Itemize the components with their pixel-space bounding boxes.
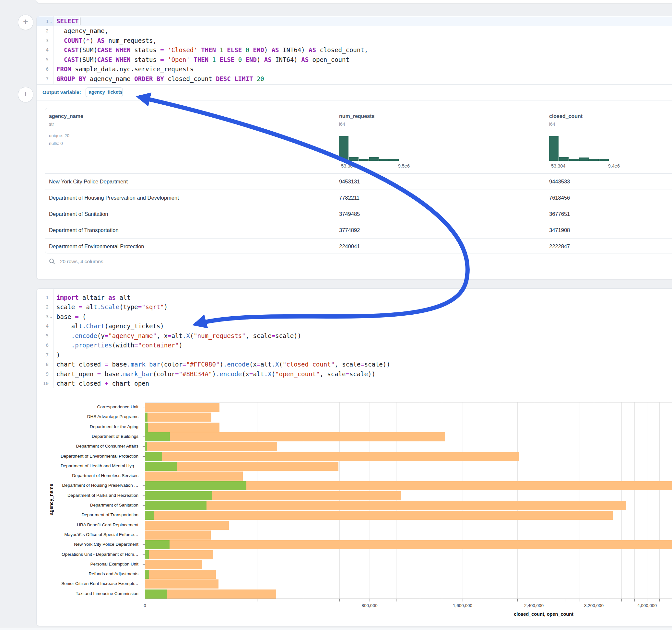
category-label: Mayorâ€ s Office of Special Enforce… [37, 532, 138, 537]
divider [37, 100, 672, 100]
line-number: 4 [37, 47, 53, 52]
column-header-closed-count[interactable]: closed_count i64 53,304 9.4e6 [549, 108, 582, 127]
add-cell-button[interactable]: + [18, 15, 33, 30]
table-row[interactable]: Department of Environmental Protection22… [45, 238, 672, 253]
bar-open[interactable] [145, 452, 162, 461]
code-line[interactable]: 1import altair as alt [37, 293, 672, 302]
column-type: i64 [549, 122, 582, 127]
fold-chevron-icon[interactable]: ⌄ [49, 314, 53, 319]
bar-closed[interactable] [145, 442, 277, 451]
code-line[interactable]: 6 .properties(width="container") [37, 341, 672, 350]
column-stats: unique: 20 nulls: 0 [49, 132, 83, 147]
table-row[interactable]: Department of Housing Preservation and D… [45, 190, 672, 206]
code-line[interactable]: 5 .encode(y="agency_name", x=alt.X("num_… [37, 331, 672, 341]
sql-cell: 1⌄SELECT2 agency_name,3 COUNT(*) AS num_… [36, 16, 672, 280]
category-label: Taxi and Limousine Commission [37, 591, 138, 596]
code-line[interactable]: 5 CAST(SUM(CASE WHEN status = 'Open' THE… [37, 55, 672, 65]
bar-open[interactable] [145, 540, 170, 549]
column-type: str [49, 122, 83, 127]
bar-closed[interactable] [145, 422, 219, 432]
output-variable-label: Output variable: [43, 90, 81, 95]
bar-closed[interactable] [145, 540, 672, 549]
bar-open[interactable] [145, 589, 167, 599]
column-header-agency-name[interactable]: agency_name str unique: 20 nulls: 0 [49, 108, 83, 147]
bar-open[interactable] [145, 422, 148, 432]
code-line[interactable]: 2 agency_name, [37, 26, 672, 36]
bar-closed[interactable] [145, 511, 613, 520]
cell-value: Department of Housing Preservation and D… [49, 190, 179, 205]
gridline [580, 403, 580, 599]
code-line[interactable]: 7) [37, 350, 672, 360]
bar-closed[interactable] [145, 452, 519, 461]
bar-closed[interactable] [145, 550, 213, 559]
y-axis-tick [143, 456, 145, 457]
bar-open[interactable] [145, 481, 246, 490]
x-axis-tick [145, 599, 145, 602]
code-line[interactable]: 9chart_open = base.mark_bar(color="#8BC3… [37, 369, 672, 379]
bar-closed[interactable] [145, 531, 211, 539]
table-row[interactable]: Department of Transportation377489234719… [45, 222, 672, 238]
rows-summary: 20 rows, 4 columns [60, 259, 103, 264]
table-row[interactable]: Department of Sanitation37494853677651 [45, 206, 672, 222]
bar-closed[interactable] [145, 570, 216, 579]
column-histogram [339, 136, 399, 161]
code-line[interactable]: 1⌄SELECT [37, 17, 672, 26]
code-line[interactable]: 10chart_closed + chart_open [37, 379, 672, 389]
bar-closed[interactable] [145, 403, 219, 412]
bar-open[interactable] [145, 432, 170, 441]
sql-code-editor[interactable]: 1⌄SELECT2 agency_name,3 COUNT(*) AS num_… [37, 16, 672, 83]
x-axis-tick [500, 599, 500, 602]
bar-closed[interactable] [145, 501, 626, 510]
category-label: Department for the Aging [37, 424, 138, 429]
column-header-num-requests[interactable]: num_requests i64 53,304 9.5e6 [339, 108, 375, 127]
table-footer: 20 rows, 4 columns [49, 258, 103, 264]
code-line[interactable]: 7GROUP BY agency_name ORDER BY closed_co… [37, 74, 672, 83]
bar-closed[interactable] [145, 521, 229, 530]
bar-open[interactable] [145, 491, 212, 500]
bar-open[interactable] [145, 511, 154, 520]
code-line[interactable]: 3⌄base = ( [37, 312, 672, 321]
histogram-bar [359, 159, 368, 161]
search-icon[interactable] [49, 258, 55, 264]
bar-closed[interactable] [145, 471, 243, 481]
bar-open[interactable] [145, 570, 149, 579]
histogram-range-labels: 53,304 9.4e6 [551, 163, 620, 169]
code-line[interactable]: 8chart_closed = base.mark_bar(color="#FF… [37, 360, 672, 369]
bar-open[interactable] [145, 550, 149, 559]
table-row[interactable]: New York City Police Department945313194… [45, 173, 672, 190]
column-histogram [549, 136, 609, 161]
dataframe-preview: agency_name str unique: 20 nulls: 0 num_… [45, 108, 672, 253]
histogram-range-labels: 53,304 9.5e6 [341, 163, 410, 169]
bar-open[interactable] [145, 462, 177, 471]
category-label: Department of Transportation [37, 512, 138, 517]
x-axis-tick [304, 599, 304, 602]
code-line[interactable]: 4 alt.Chart(agency_tickets) [37, 321, 672, 331]
bar-open[interactable] [145, 501, 207, 510]
code-line[interactable]: 2scale = alt.Scale(type="sqrt") [37, 302, 672, 312]
line-number: 7 [37, 352, 53, 358]
y-axis-tick [143, 495, 145, 496]
code-line[interactable]: 6FROM sample_data.nyc.service_requests [37, 65, 672, 74]
output-variable-input[interactable]: agency_tickets [86, 88, 123, 97]
category-label: Correspondence Unit [37, 405, 138, 409]
cell-value: Department of Sanitation [49, 206, 108, 222]
x-axis-tick [339, 599, 340, 602]
output-variable-row: Output variable: agency_tickets [43, 84, 123, 100]
bar-closed[interactable] [145, 432, 445, 441]
cell-value: 9453131 [339, 174, 360, 189]
next-cell-fragment [0, 628, 672, 630]
code-line[interactable]: 3 COUNT(*) AS num_requests, [37, 35, 672, 45]
fold-chevron-icon[interactable]: ⌄ [49, 19, 53, 24]
category-label: Department of Parks and Recreation [37, 493, 138, 498]
histogram-bar [369, 157, 379, 161]
bar-closed[interactable] [145, 579, 218, 588]
add-cell-button[interactable]: + [18, 87, 33, 102]
code-line[interactable]: 4 CAST(SUM(CASE WHEN status = 'Closed' T… [37, 45, 672, 55]
python-code-editor[interactable]: 1import altair as alt2scale = alt.Scale(… [37, 289, 672, 388]
bar-closed[interactable] [145, 413, 211, 421]
bar-open[interactable] [145, 442, 147, 451]
bar-open[interactable] [145, 413, 147, 421]
y-axis-tick [143, 427, 145, 427]
line-number: 6 [37, 67, 53, 72]
bar-closed[interactable] [145, 560, 202, 569]
